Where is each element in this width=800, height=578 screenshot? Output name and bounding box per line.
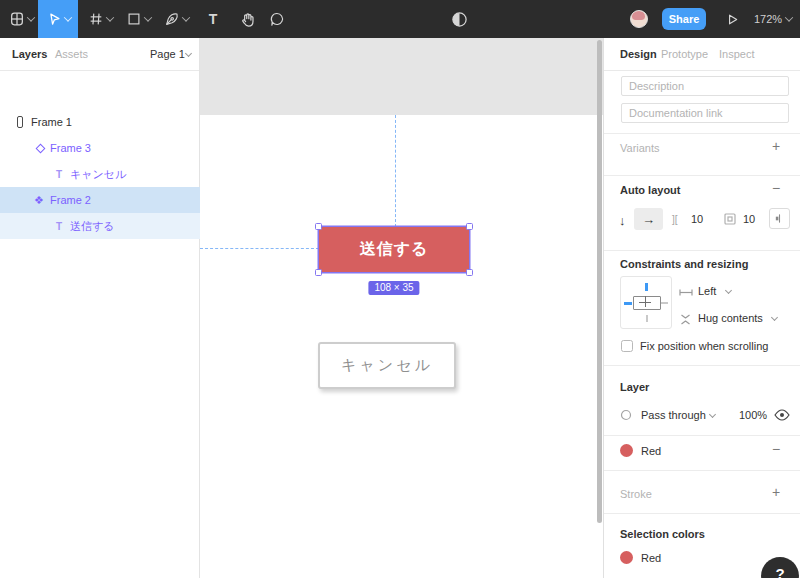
file-contrast-button[interactable]: [447, 0, 471, 38]
remove-auto-layout-button[interactable]: −: [772, 180, 780, 196]
divider: [604, 470, 800, 471]
chevron-down-icon: [26, 13, 34, 21]
layer-row-frame1[interactable]: Frame 1: [0, 109, 200, 135]
play-icon: [725, 12, 740, 27]
layer-row-frame3[interactable]: Frame 3: [0, 135, 200, 161]
layer-label: キャンセル: [70, 167, 126, 182]
canvas[interactable]: 送信する 108 × 35 キャンセル: [200, 38, 603, 578]
divider: [604, 175, 800, 176]
hand-icon: [239, 11, 256, 28]
constraint-right-tick[interactable]: [661, 302, 668, 304]
frame-tool-button[interactable]: [84, 0, 116, 38]
zoom-level: 172%: [754, 13, 782, 25]
text-layer-icon: T: [52, 167, 66, 181]
comment-bubble-icon: [269, 11, 285, 27]
canvas-background: [200, 38, 603, 115]
layer-label: Frame 3: [50, 142, 91, 154]
tab-assets[interactable]: Assets: [55, 48, 88, 60]
constraint-left-tick[interactable]: [624, 302, 632, 305]
rectangle-icon: [126, 11, 142, 27]
horizontal-constraint-icon: [679, 288, 693, 297]
divider: [604, 365, 800, 366]
blend-mode-icon: [620, 409, 632, 421]
layers-panel: Layers Assets Page 1 Frame 1 Frame 3 T キ…: [0, 38, 200, 578]
chevron-down-icon: [709, 411, 716, 418]
vertical-resizing-select[interactable]: Hug contents: [698, 312, 763, 324]
constraint-bottom-tick[interactable]: [646, 315, 648, 322]
selection-handle[interactable]: [315, 223, 322, 230]
avatar[interactable]: [630, 10, 648, 28]
selection-color-swatch[interactable]: [620, 551, 633, 564]
eye-icon[interactable]: [774, 409, 790, 421]
avatar-hair: [632, 11, 645, 20]
pen-icon: [164, 11, 180, 27]
fix-position-checkbox[interactable]: [621, 340, 633, 352]
chevron-down-icon: [105, 13, 113, 21]
add-variant-button[interactable]: +: [772, 138, 780, 154]
opacity-value[interactable]: 100%: [739, 409, 767, 421]
chevron-down-icon: [725, 287, 732, 294]
spacing-value[interactable]: 10: [691, 213, 703, 225]
layer-label: Frame 1: [31, 116, 72, 128]
text-tool-button[interactable]: T: [202, 0, 224, 38]
stroke-section-title: Stroke: [620, 488, 652, 500]
layer-row-submit-text[interactable]: T 送信する: [0, 213, 200, 239]
selection-handle[interactable]: [466, 269, 473, 276]
blend-mode-select[interactable]: Pass through: [641, 409, 706, 421]
constraint-top-tick[interactable]: [645, 283, 648, 291]
horizontal-alignment-guide: [200, 248, 319, 249]
hand-tool-button[interactable]: [234, 0, 260, 38]
submit-button[interactable]: 送信する: [319, 227, 469, 272]
tab-inspect[interactable]: Inspect: [719, 48, 754, 60]
fill-style-name[interactable]: Red: [641, 445, 661, 457]
cancel-button[interactable]: キャンセル: [318, 342, 456, 389]
cursor-icon: [46, 11, 62, 27]
layer-label: 送信する: [70, 219, 115, 234]
main-menu-button[interactable]: [6, 0, 36, 38]
padding-value[interactable]: 10: [743, 213, 755, 225]
auto-layout-vertical-icon[interactable]: ↓: [619, 213, 626, 228]
selection-handle[interactable]: [315, 269, 322, 276]
documentation-link-input[interactable]: [621, 103, 789, 123]
shape-tool-button[interactable]: [122, 0, 154, 38]
comment-tool-button[interactable]: [264, 0, 290, 38]
canvas-scrollbar[interactable]: [597, 40, 602, 523]
add-stroke-button[interactable]: +: [772, 484, 780, 500]
component-icon: ❖: [32, 193, 46, 207]
auto-layout-horizontal-icon[interactable]: →: [634, 208, 663, 230]
chevron-down-icon: [181, 13, 189, 21]
zoom-control[interactable]: 172%: [754, 0, 792, 38]
page-selector[interactable]: Page 1: [150, 48, 185, 60]
selection-handle[interactable]: [466, 223, 473, 230]
description-input[interactable]: [621, 76, 789, 96]
selection-frame[interactable]: 送信する 108 × 35: [319, 227, 469, 272]
tab-prototype[interactable]: Prototype: [661, 48, 708, 60]
layer-row-cancel-text[interactable]: T キャンセル: [0, 161, 200, 187]
move-tool-button[interactable]: [38, 0, 78, 38]
fill-color-swatch[interactable]: [620, 444, 633, 457]
remove-fill-button[interactable]: −: [772, 441, 780, 457]
size-badge: 108 × 35: [368, 281, 419, 295]
contrast-icon: [451, 11, 468, 28]
tab-layers[interactable]: Layers: [12, 48, 47, 60]
selection-color-name[interactable]: Red: [641, 552, 661, 564]
tab-design[interactable]: Design: [620, 48, 657, 60]
frame-hash-icon: [88, 11, 104, 27]
layer-row-frame2[interactable]: ❖ Frame 2: [0, 187, 200, 213]
selection-colors-title: Selection colors: [620, 528, 705, 540]
frame-icon: [13, 115, 27, 129]
instance-diamond-icon: [33, 141, 47, 155]
divider: [604, 250, 800, 251]
present-button[interactable]: [720, 0, 744, 38]
divider: [604, 513, 800, 514]
horizontal-constraint-select[interactable]: Left: [698, 285, 716, 297]
right-panel-tabs: Design Prototype Inspect: [604, 38, 800, 71]
share-button[interactable]: Share: [662, 8, 706, 30]
pen-tool-button[interactable]: [160, 0, 192, 38]
constraints-widget[interactable]: [620, 276, 672, 329]
constraint-center-box: [633, 296, 661, 310]
fix-position-label: Fix position when scrolling: [640, 340, 768, 352]
alignment-settings-button[interactable]: [769, 208, 790, 229]
left-panel-tabs: Layers Assets Page 1: [0, 38, 199, 71]
menu-grid-icon: [9, 11, 25, 27]
